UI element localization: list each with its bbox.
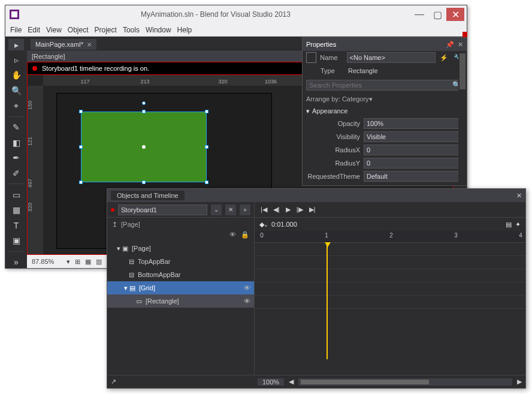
menu-help[interactable]: Help bbox=[177, 26, 192, 34]
scope-up-icon[interactable]: ↥ bbox=[112, 221, 117, 228]
rotate-handle[interactable] bbox=[142, 101, 146, 105]
tree-node-topappbar[interactable]: ⊟ TopAppBar bbox=[107, 255, 254, 268]
resize-handle-br[interactable] bbox=[205, 181, 208, 184]
zoom-dropdown-icon[interactable]: ▾ bbox=[66, 258, 70, 266]
recording-banner-text: Storyboard1 timeline recording is on. bbox=[42, 65, 149, 72]
menu-object[interactable]: Object bbox=[68, 26, 89, 34]
panel-close-icon[interactable]: ✕ bbox=[458, 41, 463, 49]
keyframe-icon[interactable]: ◆₊ bbox=[259, 221, 268, 228]
name-input[interactable] bbox=[347, 52, 436, 63]
eyedropper-tool-icon[interactable]: ✒ bbox=[8, 152, 24, 164]
center-point-icon[interactable] bbox=[142, 145, 146, 149]
resize-handle-bm[interactable] bbox=[142, 181, 146, 184]
maximize-button[interactable]: ▢ bbox=[428, 8, 446, 21]
menu-edit[interactable]: Edit bbox=[28, 26, 40, 34]
snap-options-icon[interactable]: ▤ bbox=[506, 221, 512, 228]
visibility-select[interactable] bbox=[364, 131, 463, 142]
tree-node-rectangle[interactable]: ▭ [Rectangle] 👁 bbox=[107, 294, 254, 308]
camera-tool-icon[interactable]: ⌖ bbox=[8, 100, 24, 111]
eye-icon[interactable]: 👁 bbox=[244, 297, 250, 305]
resize-handle-ml[interactable] bbox=[79, 145, 83, 149]
fit-icon[interactable]: ⊞ bbox=[75, 258, 80, 266]
playhead[interactable] bbox=[327, 243, 328, 359]
resize-handle-bl[interactable] bbox=[79, 181, 83, 184]
rectangle-tool-icon[interactable]: ▭ bbox=[8, 189, 24, 200]
lock-column-icon[interactable]: 🔒 bbox=[241, 231, 249, 242]
tree-node-bottomappbar[interactable]: ⊟ BottomAppBar bbox=[107, 268, 254, 281]
scroll-right-icon[interactable]: ▶ bbox=[517, 378, 522, 386]
minimize-button[interactable]: — bbox=[410, 8, 428, 21]
scroll-left-icon[interactable]: ◀ bbox=[289, 378, 294, 386]
properties-scrollbar[interactable] bbox=[458, 51, 467, 185]
gradient-tool-icon[interactable]: ◧ bbox=[8, 137, 24, 148]
storyboard-name-input[interactable] bbox=[118, 204, 207, 215]
brush-tool-icon[interactable]: ✎ bbox=[8, 122, 24, 133]
scope-label[interactable]: [Page] bbox=[121, 221, 140, 228]
assets-chevron-icon[interactable]: » bbox=[8, 257, 24, 268]
play-icon[interactable]: ▶ bbox=[286, 206, 291, 213]
requestedtheme-select[interactable] bbox=[364, 171, 463, 182]
arrange-by-label[interactable]: Arrange by: Category bbox=[306, 95, 369, 103]
storyboard-chevrons-icon[interactable]: ⌄ bbox=[211, 204, 222, 215]
expand-icon[interactable]: ▾ bbox=[306, 107, 310, 115]
layout-tool-icon[interactable]: ▦ bbox=[8, 204, 24, 216]
menu-tools[interactable]: Tools bbox=[123, 26, 140, 34]
zoom-tool-icon[interactable]: 🔍 bbox=[8, 85, 24, 96]
resize-handle-mr[interactable] bbox=[205, 145, 208, 149]
pen-tool-icon[interactable]: ✐ bbox=[8, 167, 24, 179]
menu-project[interactable]: Project bbox=[95, 26, 117, 34]
menu-window[interactable]: Window bbox=[146, 26, 171, 34]
resize-handle-tr[interactable] bbox=[205, 110, 208, 113]
timeline-tracks[interactable] bbox=[255, 243, 525, 375]
grid-icon[interactable]: ▦ bbox=[85, 258, 91, 266]
resize-handle-tl[interactable] bbox=[79, 110, 83, 113]
pin-icon[interactable]: 📌 bbox=[446, 41, 454, 49]
visibility-column-icon[interactable]: 👁 bbox=[229, 231, 236, 242]
eye-icon[interactable]: 👁 bbox=[244, 284, 250, 291]
storyboard-add-icon[interactable]: ＋ bbox=[240, 204, 250, 215]
menu-view[interactable]: View bbox=[46, 26, 62, 34]
step-forward-icon[interactable]: |▶ bbox=[297, 206, 303, 213]
zoom-value[interactable]: 87.85% bbox=[32, 258, 62, 265]
record-dot-icon bbox=[32, 66, 37, 71]
name-label: Name bbox=[320, 54, 343, 61]
tree-node-page[interactable]: ▾ ▣ [Page] bbox=[107, 242, 254, 255]
timeline-scrollbar[interactable] bbox=[298, 378, 512, 386]
radiusx-input[interactable] bbox=[364, 145, 463, 155]
chevron-down-icon[interactable]: ▾ bbox=[369, 95, 373, 103]
snap-icon[interactable]: ▥ bbox=[96, 258, 102, 266]
storyboard-close-icon[interactable]: ✕ bbox=[225, 204, 236, 215]
menu-file[interactable]: File bbox=[10, 26, 22, 34]
playhead-handle-icon[interactable] bbox=[325, 242, 331, 247]
events-button-icon[interactable]: ⚡ bbox=[439, 54, 449, 62]
resize-handle-tm[interactable] bbox=[142, 110, 146, 113]
go-end-icon[interactable]: ▶| bbox=[309, 206, 316, 213]
tab-close-icon[interactable]: ✕ bbox=[87, 41, 92, 48]
direct-select-tool-icon[interactable]: ▹ bbox=[8, 54, 24, 65]
close-button[interactable]: ✕ bbox=[446, 8, 464, 21]
appearance-section-label[interactable]: Appearance bbox=[312, 107, 347, 115]
type-value: Rectangle bbox=[348, 67, 378, 74]
step-back-icon[interactable]: ◀| bbox=[273, 206, 280, 213]
current-time[interactable]: 0:01.000 bbox=[271, 221, 297, 228]
tree-node-grid[interactable]: ▾ ▤ [Grid] 👁 bbox=[107, 281, 254, 294]
search-properties-input[interactable] bbox=[306, 80, 463, 91]
radiusy-label: RadiusY bbox=[306, 160, 360, 167]
go-start-icon[interactable]: |◀ bbox=[261, 206, 267, 213]
element-preview-icon bbox=[306, 52, 316, 63]
timeline-ruler[interactable]: 0 1 2 3 4 bbox=[255, 231, 525, 243]
playback-controls: |◀ ◀| ▶ |▶ ▶| bbox=[255, 202, 525, 218]
timeline-panel-close-icon[interactable]: ✕ bbox=[516, 192, 522, 200]
pan-tool-icon[interactable]: ✋ bbox=[8, 70, 24, 81]
titlebar: MyAnimation.sln - Blend for Visual Studi… bbox=[5, 5, 467, 23]
opacity-input[interactable] bbox=[364, 118, 463, 129]
button-tool-icon[interactable]: ▣ bbox=[8, 234, 24, 246]
tab-mainpage[interactable]: MainPage.xaml* ✕ bbox=[31, 39, 96, 50]
radiusy-input[interactable] bbox=[364, 158, 463, 169]
timeline-zoom-value[interactable]: 100% bbox=[258, 378, 284, 386]
timeline-popup-icon[interactable]: ↗ bbox=[111, 378, 116, 386]
timeline-options-icon[interactable]: ✦ bbox=[515, 221, 521, 228]
text-tool-icon[interactable]: T bbox=[8, 219, 24, 231]
selected-rectangle[interactable] bbox=[81, 112, 207, 182]
selection-tool-icon[interactable]: ▸ bbox=[8, 39, 24, 50]
